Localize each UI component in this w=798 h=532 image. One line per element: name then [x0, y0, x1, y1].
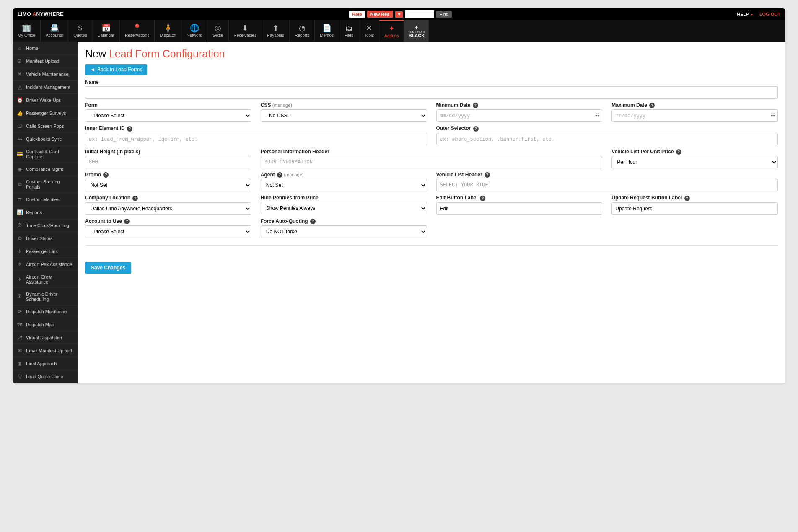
save-changes-button[interactable]: Save Changes	[85, 262, 131, 274]
help-icon[interactable]: ?	[132, 196, 138, 201]
help-icon[interactable]: ?	[649, 103, 655, 108]
company-location-label: Company Location ?	[85, 195, 251, 201]
new-res-button[interactable]: New Res	[367, 11, 393, 18]
sidebar-item-label: Passenger Link	[26, 249, 58, 254]
min-date-input[interactable]	[436, 109, 603, 122]
find-button[interactable]: Find	[436, 11, 451, 18]
sidebar-item-virtual-dispatcher[interactable]: ⎇Virtual Dispatcher	[13, 331, 78, 344]
form-select[interactable]: - Please Select -	[85, 109, 251, 122]
vehicle-list-header-label: Vehicle List Header ?	[436, 172, 778, 178]
new-res-dropdown[interactable]: ▼	[395, 11, 404, 18]
help-link[interactable]: HELP ▼	[737, 12, 754, 17]
nav-item-dispatch[interactable]: 🧍Dispatch	[155, 20, 181, 42]
sidebar-item-final-approach[interactable]: ⧗Final Approach	[13, 357, 78, 370]
agent-select[interactable]: Not Set	[261, 179, 427, 191]
calendar-icon[interactable]: ☷	[771, 113, 775, 119]
card2-icon: 💳	[17, 151, 23, 157]
sidebar-item-quickbooks-sync[interactable]: ⮀Quickbooks Sync	[13, 133, 78, 146]
sidebar-item-contract-card-capture[interactable]: 💳Contract & Card Capture	[13, 146, 78, 163]
account-to-use-select[interactable]: - Please Select -	[85, 225, 251, 238]
nav-plan-black[interactable]: ♦YOUR PLANBLACK	[404, 20, 429, 42]
sidebar-item-calls-screen-pops[interactable]: 🖵Calls Screen Pops	[13, 120, 78, 133]
nav-item-payables[interactable]: ⬆Payables	[262, 20, 290, 42]
nav-label: Settle	[212, 33, 223, 38]
edit-button-label-input[interactable]	[436, 202, 603, 215]
nav-item-network[interactable]: 🌐Network	[181, 20, 207, 42]
vehicle-list-price-select[interactable]: Per Hour	[611, 156, 778, 168]
sidebar-item-driver-wake-ups[interactable]: ⏰Driver Wake-Ups	[13, 94, 78, 107]
screen-icon: 🖵	[17, 123, 23, 129]
company-location-select[interactable]: Dallas Limo Anywhere Headquarters	[85, 202, 251, 215]
nav-item-settle[interactable]: ◎Settle	[207, 20, 229, 42]
help-icon[interactable]: ?	[310, 219, 316, 224]
sidebar-item-time-clock-hour-log[interactable]: ⏱Time Clock/Hour Log	[13, 219, 78, 232]
nav-label: Payables	[267, 33, 284, 38]
sidebar-item-home[interactable]: ⌂Home	[13, 42, 78, 55]
sidebar-item-manifest-upload[interactable]: 🗎Manifest Upload	[13, 55, 78, 68]
sidebar-item-compliance-mgmt[interactable]: ◉Compliance Mgmt	[13, 163, 78, 176]
nav-label: Files	[345, 33, 353, 38]
hide-pennies-select[interactable]: Show Pennies Always	[261, 202, 427, 214]
nav-item-reservations[interactable]: 📍Reservations	[120, 20, 155, 42]
agent-manage-link[interactable]: (manage)	[284, 172, 303, 177]
nav-item-reports[interactable]: ◔Reports	[290, 20, 315, 42]
sidebar-item-email-manifest-upload[interactable]: ✉Email Manifest Upload	[13, 344, 78, 357]
nav-item-receivables[interactable]: ⬇Receivables	[229, 20, 262, 42]
update-request-label-input[interactable]	[611, 202, 778, 215]
sidebar-item-dispatch-monitoring[interactable]: ⟳Dispatch Monitoring	[13, 305, 78, 318]
hide-pennies-label: Hide Pennies from Price	[261, 195, 427, 201]
wrench-icon: ✕	[17, 71, 23, 77]
sidebar-item-driver-status[interactable]: ⚙Driver Status	[13, 232, 78, 245]
nav-item-tools[interactable]: ✕Tools	[359, 20, 379, 42]
css-select[interactable]: - No CSS -	[261, 109, 427, 122]
help-icon[interactable]: ?	[676, 149, 681, 155]
name-input[interactable]	[85, 86, 778, 99]
top-search-input[interactable]	[405, 10, 434, 18]
nav-item-my-office[interactable]: 🏢My Office	[13, 20, 41, 42]
initial-height-input[interactable]	[85, 156, 251, 168]
rate-button[interactable]: Rate	[349, 11, 365, 18]
help-icon[interactable]: ?	[684, 196, 690, 201]
person-pin-icon: 🧍	[163, 24, 173, 32]
sidebar-item-vehicle-maintenance[interactable]: ✕Vehicle Maintenance	[13, 68, 78, 81]
vehicle-list-header-input[interactable]	[436, 179, 778, 191]
help-icon[interactable]: ?	[124, 219, 130, 224]
sidebar-item-dynamic-driver-scheduling[interactable]: 🗓Dynamic Driver Scheduling	[13, 288, 78, 305]
nav-label: Quotes	[73, 33, 87, 38]
calendar-icon[interactable]: ☷	[595, 113, 600, 119]
topbar: LIMO ANYWHERE Rate New Res ▼ Find HELP ▼…	[13, 8, 785, 20]
sidebar-item-reports[interactable]: 📊Reports	[13, 206, 78, 219]
help-icon[interactable]: ?	[484, 172, 490, 178]
help-icon[interactable]: ?	[473, 126, 479, 132]
back-to-lead-forms-button[interactable]: ◄ Back to Lead Forms	[85, 64, 147, 75]
sidebar-item-lead-quote-close[interactable]: ▽Lead Quote Close	[13, 370, 78, 383]
max-date-input[interactable]	[611, 109, 778, 122]
promo-select[interactable]: Not Set	[85, 179, 251, 191]
sidebar-item-airport-crew-assistance[interactable]: ✈Airport Crew Assistance	[13, 271, 78, 288]
help-icon[interactable]: ?	[480, 196, 485, 201]
sidebar-item-custom-manifest[interactable]: ≣Custom Manifest	[13, 193, 78, 206]
field-css: CSS (manage) - No CSS -	[261, 102, 427, 122]
sidebar-item-airport-pax-assistance[interactable]: ✈Airport Pax Assistance	[13, 258, 78, 271]
help-icon[interactable]: ?	[103, 172, 109, 178]
inner-element-input[interactable]	[85, 133, 427, 145]
personal-info-header-input[interactable]	[261, 156, 603, 168]
nav-item-memos[interactable]: 📄Memos	[315, 20, 339, 42]
sidebar-item-dispatch-map[interactable]: 🗺Dispatch Map	[13, 318, 78, 331]
logout-link[interactable]: LOG OUT	[759, 12, 780, 17]
nav-item-calendar[interactable]: 📅Calendar	[92, 20, 120, 42]
sidebar-item-passenger-surveys[interactable]: 👍Passenger Surveys	[13, 107, 78, 120]
nav-item-addons[interactable]: ✦Addons	[379, 20, 404, 42]
nav-item-accounts[interactable]: 📇Accounts	[41, 20, 68, 42]
force-auto-quoting-select[interactable]: Do NOT force	[261, 225, 427, 238]
help-icon[interactable]: ?	[277, 172, 282, 178]
help-icon[interactable]: ?	[473, 103, 478, 108]
sidebar-item-passenger-link[interactable]: ✈Passenger Link	[13, 245, 78, 258]
sidebar-item-custom-booking-portals[interactable]: ⧉Custom Booking Portals	[13, 176, 78, 193]
nav-item-files[interactable]: 🗂Files	[339, 20, 359, 42]
nav-item-quotes[interactable]: ＄Quotes	[68, 20, 92, 42]
css-manage-link[interactable]: (manage)	[272, 103, 292, 108]
outer-selector-input[interactable]	[436, 133, 778, 145]
sidebar-item-incident-management[interactable]: △Incident Management	[13, 81, 78, 94]
help-icon[interactable]: ?	[127, 126, 132, 132]
